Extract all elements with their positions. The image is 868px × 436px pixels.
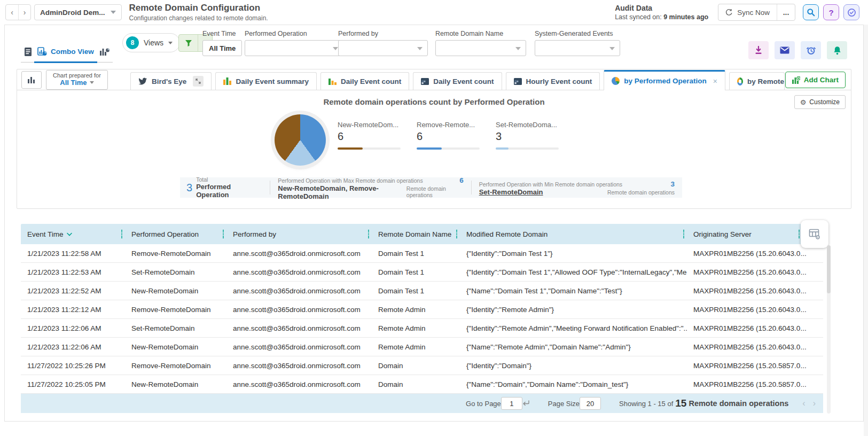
page-size-input[interactable] <box>580 397 601 410</box>
column-header-performed-by[interactable]: Performed by <box>226 224 372 244</box>
table-row[interactable]: 1/21/2023 11:22:06 AMNew-RemoteDomainann… <box>21 338 823 356</box>
last-synced-text: Last synced on: 9 minutes ago <box>615 13 708 21</box>
column-menu-icon[interactable] <box>368 230 369 238</box>
help-button[interactable]: ? <box>823 4 839 20</box>
legend-item[interactable]: Set-RemoteDoma... 3 <box>496 121 559 150</box>
table-cell: MAXPR01MB2256 (15.20.5857.0... <box>687 362 823 370</box>
remote-domain-name-filter: Remote Domain Name <box>435 30 526 56</box>
colored-bars-icon <box>223 77 231 85</box>
views-count-badge: 8 <box>126 36 139 49</box>
view-tab-report[interactable] <box>24 41 32 62</box>
heatmap-grid-icon <box>514 78 522 85</box>
table-cell: 1/21/2023 11:22:06 AM <box>21 343 125 351</box>
column-header-event-time[interactable]: Event Time <box>21 224 125 244</box>
legend-bar <box>496 147 559 150</box>
stat-min-names[interactable]: Set-RemoteDomain <box>479 188 543 196</box>
chart-tab-daily-count-bar[interactable]: Daily Event count <box>320 72 409 90</box>
table-cell: MAXPR01MB2256 (15.20.6043.0... <box>687 324 823 332</box>
chevron-down-icon <box>168 42 173 44</box>
audit-data-label: Audit Data <box>615 4 708 12</box>
goto-page-input[interactable] <box>501 397 522 410</box>
add-chart-button[interactable]: Add Chart <box>785 72 846 88</box>
table-row[interactable]: 11/27/2022 10:25:26 PMRemove-RemoteDomai… <box>21 356 823 375</box>
event-time-value[interactable]: All Time <box>202 40 242 56</box>
table-scrollbar[interactable] <box>827 245 831 414</box>
chart-tab-daily-summary[interactable]: Daily Event summary <box>215 72 317 90</box>
close-tab-icon[interactable]: × <box>713 77 717 85</box>
prev-page-button[interactable]: ‹ <box>802 399 805 408</box>
chevron-down-icon <box>111 11 116 14</box>
bell-icon <box>833 46 841 55</box>
legend-item[interactable]: Remove-Remote... 6 <box>417 121 480 150</box>
expand-button[interactable] <box>193 76 204 87</box>
table-cell: anne.scott@o365droid.onmicrosoft.com <box>226 306 372 314</box>
column-chooser-button[interactable] <box>801 220 828 248</box>
chart-tab-hourly-count[interactable]: Hourly Event count <box>506 72 600 90</box>
table-row[interactable]: 1/21/2023 11:22:06 AMSet-RemoteDomainann… <box>21 319 823 338</box>
workspace-dropdown[interactable]: AdminDroid Dem... <box>34 4 122 20</box>
page-scrollbar[interactable] <box>864 25 868 436</box>
table-row[interactable]: 1/21/2023 11:22:53 AMSet-RemoteDomainann… <box>21 263 823 282</box>
column-menu-icon[interactable] <box>799 230 800 238</box>
schedule-button[interactable] <box>801 41 821 59</box>
table-row[interactable]: 1/21/2023 11:22:12 AMRemove-RemoteDomain… <box>21 300 823 319</box>
chart-prepared-for-button[interactable]: Chart prepared for All Time <box>46 70 108 90</box>
audit-status: Audit Data Last synced on: 9 minutes ago <box>615 4 708 21</box>
chart-tab-daily-count-grid[interactable]: Daily Event count <box>413 72 502 90</box>
global-search-button[interactable] <box>803 4 819 20</box>
chart-type-button[interactable] <box>21 71 42 89</box>
column-menu-icon[interactable] <box>683 230 684 238</box>
last-synced-value: 9 minutes ago <box>663 13 708 21</box>
customize-button[interactable]: ⚙ Customize <box>794 95 846 109</box>
table-cell: anne.scott@o365droid.onmicrosoft.com <box>226 343 372 351</box>
scrollbar-thumb[interactable] <box>827 245 831 293</box>
pie-chart[interactable] <box>275 114 326 166</box>
alarm-clock-icon <box>807 46 816 55</box>
legend-label: Remove-Remote... <box>417 121 480 129</box>
filter-label: System-Generated Events <box>535 30 620 37</box>
table-cell: 11/27/2022 10:25:05 PM <box>21 380 125 388</box>
view-tab-charts[interactable] <box>99 41 110 62</box>
scheduled-tasks-button[interactable] <box>843 4 859 20</box>
prepared-for-value: All Time <box>60 79 87 87</box>
legend-item[interactable]: New-RemoteDom... 6 <box>338 121 401 150</box>
system-generated-events-select[interactable] <box>535 40 620 56</box>
column-header-performed-operation[interactable]: Performed Operation <box>125 224 226 244</box>
page-subtitle: Configuration changes related to remote … <box>129 14 268 22</box>
next-page-button[interactable]: › <box>813 399 816 408</box>
table-row[interactable]: 1/21/2023 11:22:58 AMRemove-RemoteDomain… <box>21 244 823 263</box>
sync-more-button[interactable]: ... <box>777 4 795 20</box>
performed-operation-select[interactable] <box>245 40 343 56</box>
main-panel: Combo View 8 Views Event Time All Time P… <box>4 25 864 422</box>
email-button[interactable] <box>775 41 795 59</box>
alerts-button[interactable] <box>827 41 847 59</box>
sync-now-button[interactable]: Sync Now <box>718 4 777 20</box>
table-cell: {"Name":"Domain","Domain Name":"Domain_t… <box>460 380 687 388</box>
column-menu-icon[interactable] <box>456 230 457 238</box>
chart-tab-birds-eye[interactable]: Bird's Eye <box>130 72 212 90</box>
donut-chart-icon <box>737 77 743 85</box>
chart-tab-by-performed-operation[interactable]: by Performed Operation × <box>604 70 725 90</box>
stat-max-unit: Remote domain operations <box>406 185 464 198</box>
table-cell: Domain Test 1 <box>372 287 460 295</box>
remote-domain-name-select[interactable] <box>435 40 526 56</box>
sync-group: Sync Now ... <box>718 4 795 21</box>
back-button[interactable]: ‹ <box>6 5 18 20</box>
views-dropdown[interactable]: 8 Views <box>122 33 180 52</box>
chart-tab-by-remote[interactable]: by Remote <box>729 72 785 90</box>
download-button[interactable] <box>748 41 769 59</box>
stat-total-caption: Total <box>196 176 261 183</box>
column-menu-icon[interactable] <box>223 230 224 238</box>
column-menu-icon[interactable] <box>121 230 122 238</box>
forward-button[interactable]: › <box>18 5 30 20</box>
table-row[interactable]: 11/27/2022 10:25:05 PMNew-RemoteDomainan… <box>21 375 823 394</box>
expand-icon <box>196 79 201 84</box>
filter-button[interactable] <box>179 35 198 51</box>
column-header-modified-remote-domain[interactable]: Modified Remote Domain <box>460 224 687 244</box>
table-row[interactable]: 1/21/2023 11:22:52 AMNew-RemoteDomainann… <box>21 282 823 300</box>
column-header-remote-domain-name[interactable]: Remote Domain Name <box>372 224 460 244</box>
pie-chart-icon <box>612 77 620 85</box>
view-tab-combo[interactable]: Combo View <box>37 41 94 62</box>
performed-by-select[interactable] <box>338 40 428 56</box>
chart-summary-row: 3 Total Performed Operation Performed Op… <box>180 177 682 198</box>
